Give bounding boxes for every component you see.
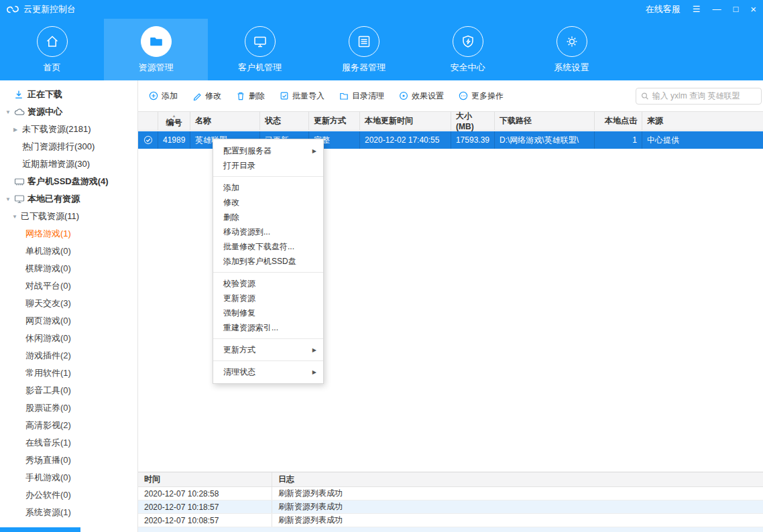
sidebar-item-office-software[interactable]: 办公软件(0) <box>0 486 137 504</box>
column-header-path[interactable]: 下载路径 <box>495 112 595 130</box>
cell-update-time: 2020-12-02 17:40:55 <box>360 131 451 149</box>
close-button[interactable]: × <box>750 0 756 19</box>
column-label: 来源 <box>647 115 663 127</box>
column-label: 本地点击 <box>605 115 637 127</box>
column-header-status[interactable]: 状态 <box>260 112 309 130</box>
menu-item-force-repair[interactable]: 强制修复 <box>213 306 323 320</box>
sidebar-item-label: 本地已有资源 <box>27 193 80 205</box>
sidebar-item-label: 股票证券(0) <box>25 402 71 414</box>
sidebar-item-label: 热门资源排行(300) <box>22 141 95 153</box>
menu-item-label: 添加到客户机SSD盘 <box>223 256 296 267</box>
menu-item-delete[interactable]: 删除 <box>213 210 323 224</box>
collapse-icon[interactable]: ▼ <box>12 214 21 220</box>
nav-item-resources[interactable]: 资源管理 <box>104 19 208 80</box>
sidebar-item-live-shows[interactable]: 秀场直播(0) <box>0 452 137 469</box>
submenu-arrow-icon: ▶ <box>312 369 316 375</box>
minimize-button[interactable]: — <box>712 0 721 19</box>
select-column-header[interactable] <box>138 112 158 130</box>
sidebar-item-downloaded[interactable]: ▼ 已下载资源(11) <box>0 208 137 225</box>
column-header-source[interactable]: 来源 <box>642 112 763 130</box>
menu-item-open-directory[interactable]: 打开目录 <box>213 158 323 173</box>
menu-item-label: 打开目录 <box>223 160 255 172</box>
menu-item-move-resource[interactable]: 移动资源到... <box>213 224 323 239</box>
menu-item-add-to-ssd[interactable]: 添加到客户机SSD盘 <box>213 254 323 269</box>
effect-settings-button[interactable]: 效果设置 <box>399 90 444 102</box>
column-label: 大小(MB) <box>456 111 489 131</box>
column-header-size[interactable]: 大小(MB) <box>451 112 495 130</box>
menu-item-add[interactable]: 添加 <box>213 180 323 195</box>
sidebar-item-not-downloaded[interactable]: ▶ 未下载资源(2181) <box>0 121 137 138</box>
column-header-update-time[interactable]: 本地更新时间 <box>360 112 451 130</box>
nav-item-clients[interactable]: 客户机管理 <box>208 19 312 80</box>
menu-item-modify[interactable]: 修改 <box>213 195 323 210</box>
sidebar-item-label: 网页游戏(0) <box>25 315 71 327</box>
sidebar-item-stocks[interactable]: 股票证券(0) <box>0 399 137 417</box>
batch-import-button[interactable]: 批量导入 <box>280 90 325 102</box>
column-label: 更新方式 <box>314 115 346 127</box>
app-title: 云更新控制台 <box>23 3 76 15</box>
sidebar-item-game-plugins[interactable]: 游戏插件(2) <box>0 347 137 364</box>
sidebar-item-label: 系统资源(1) <box>25 507 71 519</box>
sidebar-item-media-tools[interactable]: 影音工具(0) <box>0 382 137 399</box>
sidebar-item-battle-platform[interactable]: 对战平台(0) <box>0 277 137 295</box>
search-box[interactable] <box>636 88 762 105</box>
sidebar-item-label: 秀场直播(0) <box>25 454 71 466</box>
sidebar-item-online-games[interactable]: 网络游戏(1) <box>0 225 137 243</box>
menu-item-update-mode[interactable]: 更新方式 ▶ <box>213 342 323 357</box>
nav-item-servers[interactable]: 服务器管理 <box>312 19 416 80</box>
collapse-icon[interactable]: ▼ <box>5 109 14 115</box>
search-input[interactable] <box>652 91 756 101</box>
sidebar-item-local-resources[interactable]: ▼ 本地已有资源 <box>0 190 137 208</box>
sidebar-item-web-games[interactable]: 网页游戏(0) <box>0 312 137 330</box>
menu-item-verify-resource[interactable]: 校验资源 <box>213 276 323 291</box>
dir-cleanup-button[interactable]: 目录清理 <box>339 90 384 102</box>
column-header-update-mode[interactable]: 更新方式 <box>309 112 360 130</box>
sidebar-item-mobile-games[interactable]: 手机游戏(0) <box>0 469 137 486</box>
menu-separator <box>213 338 323 339</box>
sidebar-item-ssd-games[interactable]: 客户机SSD盘游戏(4) <box>0 173 137 190</box>
sidebar-item-online-music[interactable]: 在线音乐(1) <box>0 434 137 452</box>
sidebar-partial-item[interactable] <box>0 527 80 532</box>
menu-item-clear-status[interactable]: 清理状态 ▶ <box>213 364 323 379</box>
delete-button[interactable]: 删除 <box>236 90 265 102</box>
main-nav: 首页 资源管理 客户机管理 服务器管理 安全中心 <box>0 19 763 80</box>
row-check-icon[interactable] <box>138 131 158 149</box>
title-bar: 云更新控制台 在线客服 ☰ — □ × <box>0 0 763 19</box>
collapse-icon[interactable]: ▼ <box>5 196 14 202</box>
menu-item-batch-modify-drive[interactable]: 批量修改下载盘符... <box>213 239 323 254</box>
column-header-id[interactable]: ▴ 编号 <box>158 112 190 130</box>
sidebar-item-resource-center[interactable]: ▼ 资源中心 <box>0 103 137 121</box>
shield-icon <box>453 26 483 57</box>
sidebar-item-standalone-games[interactable]: 单机游戏(0) <box>0 243 137 260</box>
sidebar-item-hot-ranking[interactable]: 热门资源排行(300) <box>0 138 137 155</box>
more-actions-button[interactable]: 更多操作 <box>459 90 504 102</box>
modify-button[interactable]: 修改 <box>192 90 221 102</box>
sidebar-item-system-resources[interactable]: 系统资源(1) <box>0 504 137 521</box>
ssd-icon <box>14 178 27 186</box>
menu-item-update-resource[interactable]: 更新资源 <box>213 291 323 306</box>
menu-item-label: 校验资源 <box>223 278 255 289</box>
column-header-name[interactable]: 名称 <box>190 112 260 130</box>
sidebar-item-board-games[interactable]: 棋牌游戏(0) <box>0 260 137 277</box>
online-service-link[interactable]: 在线客服 <box>646 0 681 19</box>
app-logo-icon <box>7 5 19 13</box>
sidebar-item-chat[interactable]: 聊天交友(3) <box>0 295 137 312</box>
add-button[interactable]: 添加 <box>149 90 178 102</box>
sidebar-item-recent-added[interactable]: 近期新增资源(30) <box>0 155 137 173</box>
button-label: 删除 <box>249 90 265 102</box>
nav-item-security[interactable]: 安全中心 <box>416 19 520 80</box>
sidebar-item-casual-games[interactable]: 休闲游戏(0) <box>0 330 137 347</box>
sidebar-item-label: 游戏插件(2) <box>25 350 71 362</box>
expand-icon[interactable]: ▶ <box>13 127 22 133</box>
nav-item-home[interactable]: 首页 <box>0 19 104 80</box>
menu-item-configure-to-server[interactable]: 配置到服务器 ▶ <box>213 143 323 158</box>
sidebar-item-common-software[interactable]: 常用软件(1) <box>0 364 137 382</box>
maximize-button[interactable]: □ <box>733 0 738 19</box>
sidebar-item-downloading[interactable]: 正在下载 <box>0 86 137 103</box>
menu-item-label: 更新资源 <box>223 293 255 304</box>
menu-item-rebuild-index[interactable]: 重建资源索引... <box>213 320 323 335</box>
column-header-clicks[interactable]: 本地点击 <box>595 112 642 130</box>
nav-item-settings[interactable]: 系统设置 <box>520 19 624 80</box>
menu-icon[interactable]: ☰ <box>693 0 701 19</box>
sidebar-item-hd-video[interactable]: 高清影视(2) <box>0 417 137 434</box>
